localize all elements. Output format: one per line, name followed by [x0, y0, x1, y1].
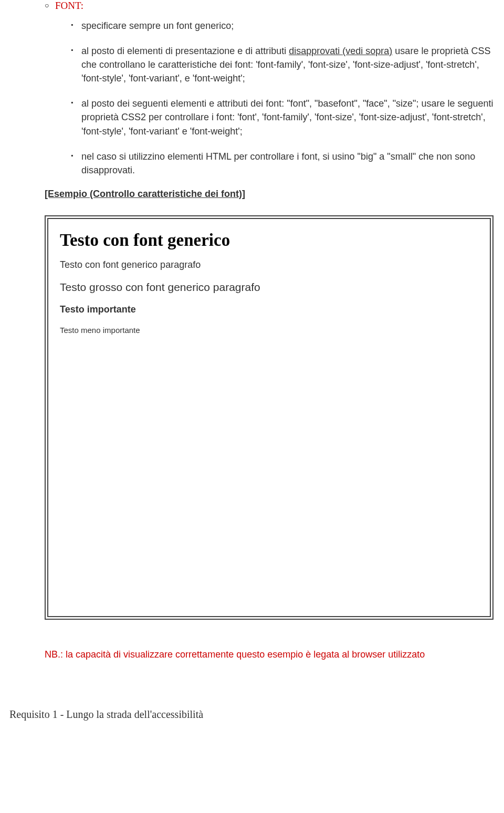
- list-item: specificare sempre un font generico;: [71, 19, 499, 33]
- font-label: FONT:: [55, 0, 83, 11]
- list-item: al posto dei seguenti elementi e attribu…: [71, 97, 499, 138]
- example-box: Testo con font generico Testo con font g…: [45, 215, 494, 620]
- item-text: specificare sempre un font generico;: [81, 20, 234, 31]
- item-text: al posto dei seguenti elementi e attribu…: [81, 98, 494, 136]
- esempio-link[interactable]: [Esempio (Controllo caratteristiche dei …: [45, 189, 499, 200]
- inner-list: specificare sempre un font generico; al …: [55, 19, 499, 177]
- box-paragraph-2: Testo grosso con font generico paragrafo: [60, 281, 478, 294]
- nb-note: NB.: la capacità di visualizzare corrett…: [45, 648, 488, 661]
- box-paragraph-1: Testo con font generico paragrafo: [60, 259, 478, 270]
- box-paragraph-3: Testo importante: [60, 304, 478, 315]
- page-footer: Requisito 1 - Lungo la strada dell'acces…: [9, 708, 499, 721]
- item-text-pre: al posto di elementi di presentazione e …: [81, 46, 289, 56]
- list-item: nel caso si utilizzino elementi HTML per…: [71, 150, 499, 177]
- disapprovati-link[interactable]: disapprovati (vedi sopra): [289, 46, 392, 56]
- list-item: al posto di elementi di presentazione e …: [71, 44, 499, 85]
- font-section: FONT: specificare sempre un font generic…: [45, 0, 499, 177]
- item-text: nel caso si utilizzino elementi HTML per…: [81, 151, 475, 175]
- box-title: Testo con font generico: [60, 231, 478, 250]
- box-paragraph-4: Testo meno importante: [60, 326, 478, 335]
- outer-list: FONT: specificare sempre un font generic…: [0, 0, 499, 177]
